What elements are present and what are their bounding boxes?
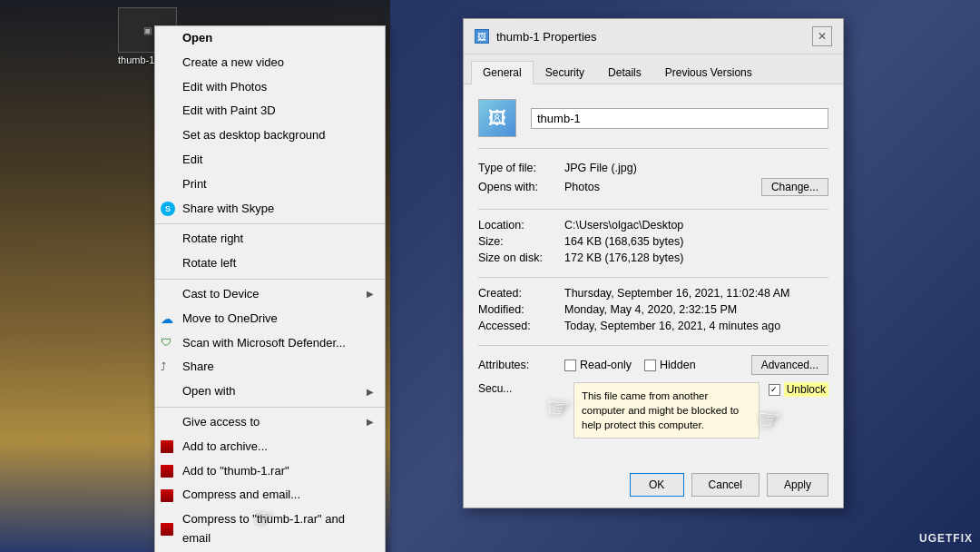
advanced-button-label: Advanced...: [761, 359, 818, 371]
watermark-text: UGETFIX: [919, 532, 973, 545]
watermark: UGETFIX: [919, 532, 973, 545]
share-icon: ⤴: [161, 359, 166, 376]
rar3-icon-area: [161, 489, 173, 502]
ctx-create-new-video[interactable]: Create a new video: [155, 51, 385, 75]
rar4-icon: [161, 523, 173, 536]
prop-label-location: Location:: [478, 219, 564, 232]
tab-general[interactable]: General: [471, 61, 534, 84]
prop-row-opens-with: Opens with: Photos Change...: [478, 178, 828, 196]
ctx-give-access[interactable]: Give access to ▶: [155, 410, 385, 435]
apply-button[interactable]: Apply: [767, 473, 828, 497]
tab-details-label: Details: [608, 66, 642, 79]
hidden-checkbox[interactable]: [644, 360, 656, 371]
ctx-edit-photos[interactable]: Edit with Photos: [155, 75, 385, 100]
properties-dialog: 🖼 thumb-1 Properties ✕ General Security …: [463, 18, 844, 508]
change-button-label: Change...: [771, 181, 818, 193]
ctx-scan-defender-label: Scan with Microsoft Defender...: [182, 334, 346, 353]
advanced-button[interactable]: Advanced...: [751, 355, 828, 375]
ctx-compress-rar-email[interactable]: Compress to "thumb-1.rar" and email: [155, 508, 385, 551]
ctx-open[interactable]: Open: [155, 26, 385, 51]
prop-row-created: Created: Thursday, September 16, 2021, 1…: [478, 287, 828, 300]
tab-general-label: General: [483, 66, 522, 79]
defender-icon: 🛡: [161, 334, 172, 351]
prop-section-2: Location: C:\Users\olgac\Desktop Size: 1…: [478, 219, 828, 278]
prop-value-accessed: Today, September 16, 2021, 4 minutes ago: [564, 320, 828, 332]
ctx-separator-2: [155, 279, 385, 280]
prop-value-created: Thursday, September 16, 2021, 11:02:48 A…: [564, 287, 828, 300]
cancel-button[interactable]: Cancel: [691, 473, 760, 497]
cancel-button-label: Cancel: [709, 478, 742, 491]
security-message-box: This file came from another computer and…: [573, 382, 760, 439]
rar3-icon: [161, 489, 173, 502]
attr-label: Attributes:: [478, 359, 564, 371]
onedrive-icon: ☁: [161, 309, 173, 329]
prop-row-type: Type of file: JPG File (.jpg): [478, 162, 828, 174]
ctx-share-skype[interactable]: S Share with Skype: [155, 197, 385, 222]
ctx-open-with[interactable]: Open with ▶: [155, 380, 385, 404]
change-button[interactable]: Change...: [761, 178, 828, 196]
prop-label-type: Type of file:: [478, 162, 564, 174]
ctx-set-desktop-bg-label: Set as desktop background: [182, 126, 326, 145]
prop-label-size-disk: Size on disk:: [478, 251, 564, 264]
ctx-rotate-left[interactable]: Rotate left: [155, 251, 385, 276]
tab-details[interactable]: Details: [596, 61, 653, 84]
prop-label-opens-with: Opens with:: [478, 181, 564, 193]
ctx-print-label: Print: [182, 175, 207, 194]
ctx-edit[interactable]: Edit: [155, 148, 385, 172]
defender-icon-area: 🛡: [161, 334, 172, 351]
prop-row-accessed: Accessed: Today, September 16, 2021, 4 m…: [478, 320, 828, 332]
dialog-close-button[interactable]: ✕: [812, 26, 832, 46]
ctx-edit-paint3d[interactable]: Edit with Paint 3D: [155, 99, 385, 123]
ctx-set-desktop-bg[interactable]: Set as desktop background: [155, 123, 385, 148]
ctx-print[interactable]: Print: [155, 172, 385, 197]
ctx-edit-label: Edit: [182, 151, 202, 170]
tab-security[interactable]: Security: [534, 61, 596, 84]
ctx-rotate-right-label: Rotate right: [182, 230, 243, 249]
ctx-give-access-label: Give access to: [182, 413, 260, 432]
ctx-share[interactable]: ⤴ Share: [155, 355, 385, 380]
ctx-open-label: Open: [182, 29, 212, 48]
ctx-add-thumbrar[interactable]: Add to "thumb-1.rar": [155, 459, 385, 484]
onedrive-icon-area: ☁: [161, 309, 173, 329]
ctx-share-label: Share: [182, 358, 214, 377]
rar4-icon-area: [161, 523, 173, 536]
dialog-title-text: thumb-1 Properties: [496, 30, 597, 44]
tab-previous-versions[interactable]: Previous Versions: [653, 61, 764, 84]
ctx-add-archive-label: Add to archive...: [182, 438, 268, 457]
dialog-titlebar: 🖼 thumb-1 Properties ✕: [464, 19, 843, 54]
file-name-input[interactable]: [531, 108, 828, 129]
prop-value-opens-with: Photos: [564, 181, 761, 193]
dialog-title-icon-symbol: 🖼: [477, 32, 486, 42]
ctx-cast-device[interactable]: Cast to Device ▶: [155, 282, 385, 307]
hand-cursor-unblock: ☞: [757, 403, 781, 435]
prop-section-1: Type of file: JPG File (.jpg) Opens with…: [478, 162, 828, 210]
attr-readonly-group[interactable]: Read-only: [564, 359, 632, 371]
security-message: This file came from another computer and…: [582, 390, 739, 430]
ctx-rotate-left-label: Rotate left: [182, 254, 236, 273]
ctx-scan-defender[interactable]: 🛡 Scan with Microsoft Defender...: [155, 331, 385, 356]
ctx-add-archive[interactable]: Add to archive...: [155, 435, 385, 459]
ctx-open-with-label: Open with: [182, 382, 236, 401]
dialog-title-left: 🖼 thumb-1 Properties: [475, 29, 597, 44]
attr-checkboxes: Read-only Hidden: [564, 359, 751, 371]
apply-button-label: Apply: [784, 478, 811, 491]
attr-hidden-group[interactable]: Hidden: [644, 359, 696, 371]
unblock-checkbox[interactable]: ✓: [769, 384, 780, 396]
skype-icon: S: [161, 202, 175, 216]
ctx-move-onedrive[interactable]: ☁ Move to OneDrive: [155, 307, 385, 331]
ok-button[interactable]: OK: [630, 473, 684, 497]
dialog-content: 🖼 Type of file: JPG File (.jpg) Opens wi…: [464, 84, 843, 466]
skype-icon-area: S: [161, 202, 175, 216]
ctx-give-access-arrow: ▶: [367, 415, 374, 429]
readonly-checkbox[interactable]: [564, 360, 576, 371]
ctx-rotate-right[interactable]: Rotate right: [155, 227, 385, 251]
ctx-move-onedrive-label: Move to OneDrive: [182, 310, 278, 329]
unblock-area: ✓ Unblock: [769, 382, 828, 397]
prop-value-size: 164 KB (168,635 bytes): [564, 235, 828, 248]
ctx-share-skype-label: Share with Skype: [182, 200, 274, 219]
ctx-compress-email[interactable]: Compress and email...: [155, 483, 385, 508]
prop-row-size: Size: 164 KB (168,635 bytes): [478, 235, 828, 248]
dialog-title-icon: 🖼: [475, 29, 489, 44]
ctx-separator-3: [155, 407, 385, 408]
readonly-label: Read-only: [580, 359, 632, 371]
